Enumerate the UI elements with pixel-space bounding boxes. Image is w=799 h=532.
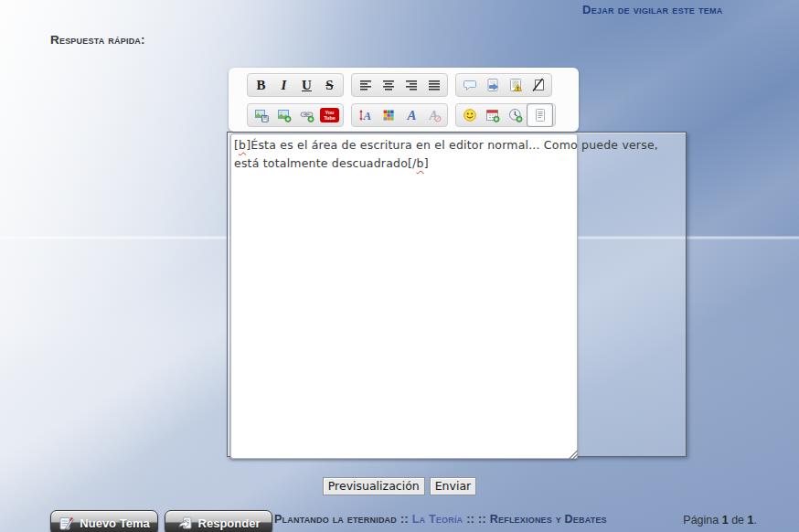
font-size-button[interactable]: A (354, 105, 377, 125)
bold-button[interactable]: B (250, 75, 272, 95)
breadcrumb-link[interactable]: Plantando la eternidad (274, 513, 397, 526)
pagination-dot: . (754, 514, 757, 527)
toolbar-group (455, 73, 552, 97)
horizontal-rule-button[interactable] (527, 75, 549, 95)
breadcrumb-separator: :: (466, 513, 474, 526)
view-source-icon (533, 108, 548, 122)
align-right-button[interactable] (400, 75, 422, 95)
horizontal-rule-icon (531, 78, 546, 92)
new-topic-icon (59, 516, 74, 531)
toolbar-group (351, 73, 448, 97)
strike-button[interactable]: S (318, 75, 341, 95)
unwatch-topic-link[interactable]: Dejar de vigilar este tema (582, 3, 723, 16)
pagination: Página 1 de 1. (683, 514, 757, 527)
align-center-button[interactable] (377, 75, 400, 95)
forum-quick-reply-page: Dejar de vigilar este tema Respuesta ráp… (0, 0, 799, 532)
toolbar-group: BIUS (247, 73, 344, 97)
svg-text:A: A (362, 109, 371, 122)
reply-icon (177, 516, 193, 531)
reply-label: Responder (198, 516, 261, 530)
smilies-button[interactable] (458, 105, 481, 125)
font-family-button[interactable]: A (400, 105, 422, 125)
toolbar-group: AAA (351, 103, 448, 127)
editor-textarea-content: [b]Ésta es el área de escritura en el ed… (234, 136, 691, 174)
insert-link-button[interactable] (295, 105, 318, 125)
reply-button[interactable]: Responder (165, 510, 272, 532)
breadcrumb-separator: :: (478, 513, 486, 526)
insert-time-icon (508, 108, 523, 122)
spoiler-button[interactable] (504, 75, 527, 95)
breadcrumb: Plantando la eternidad::La Teoría::::Ref… (274, 513, 611, 526)
toolbar-row2: YouTubeAAA (229, 103, 579, 128)
italic-button[interactable]: I (272, 75, 295, 95)
pagination-current: 1 (722, 514, 729, 527)
upload-image-icon (254, 108, 269, 122)
font-size-icon: A (358, 108, 373, 122)
breadcrumb-link[interactable]: La Teoría (412, 513, 463, 526)
quote-icon (463, 78, 477, 92)
underline-icon: U (302, 79, 312, 92)
quote-button[interactable] (458, 75, 481, 95)
align-left-button[interactable] (354, 75, 377, 95)
insert-link-icon (300, 108, 314, 122)
align-justify-icon (427, 78, 442, 92)
bold-icon: B (256, 79, 265, 92)
editor-toolbar: BIUS YouTubeAAA (229, 68, 579, 132)
align-left-icon (358, 78, 373, 92)
pagination-label: Página (683, 514, 719, 527)
view-source-button[interactable] (527, 103, 553, 127)
insert-date-button[interactable] (481, 105, 504, 125)
form-actions: Previsualización Enviar (0, 477, 799, 495)
underline-button[interactable]: U (295, 75, 318, 95)
pagination-total: 1 (748, 514, 754, 527)
insert-time-button[interactable] (504, 105, 527, 125)
upload-image-button[interactable] (250, 105, 272, 125)
submit-button[interactable]: Enviar (430, 477, 477, 495)
toolbar-row1: BIUS (229, 73, 579, 98)
font-color-button[interactable] (377, 105, 400, 125)
align-right-icon (404, 78, 419, 92)
insert-image-button[interactable] (272, 105, 295, 125)
preview-button[interactable]: Previsualización (323, 477, 425, 495)
new-topic-label: Nuevo Tema (80, 516, 149, 530)
insert-image-icon (277, 108, 292, 122)
toolbar-group (455, 103, 556, 127)
new-topic-button[interactable]: Nuevo Tema (50, 510, 158, 532)
breadcrumb-separator: :: (400, 513, 409, 526)
quick-reply-label: Respuesta rápida: (50, 33, 145, 47)
font-color-icon (381, 108, 396, 122)
youtube-icon: YouTube (320, 108, 339, 122)
smilies-icon (463, 108, 477, 122)
font-family-icon: A (404, 108, 419, 122)
code-button[interactable] (481, 75, 504, 95)
breadcrumb-link[interactable]: Reflexiones y Debates (490, 513, 607, 526)
insert-date-icon (485, 108, 500, 122)
align-center-icon (381, 78, 396, 92)
youtube-button[interactable]: YouTube (318, 105, 341, 125)
svg-text:A: A (406, 108, 416, 122)
spoiler-icon (508, 78, 523, 92)
align-justify-button[interactable] (422, 75, 445, 95)
remove-format-button[interactable]: A (422, 105, 445, 125)
italic-icon: I (282, 79, 287, 92)
editor-textarea[interactable] (230, 133, 578, 459)
remove-format-icon: A (427, 108, 442, 122)
pagination-of: de (731, 514, 744, 527)
strike-icon: S (325, 79, 333, 92)
toolbar-group: YouTube (247, 103, 344, 127)
code-icon (485, 78, 500, 92)
